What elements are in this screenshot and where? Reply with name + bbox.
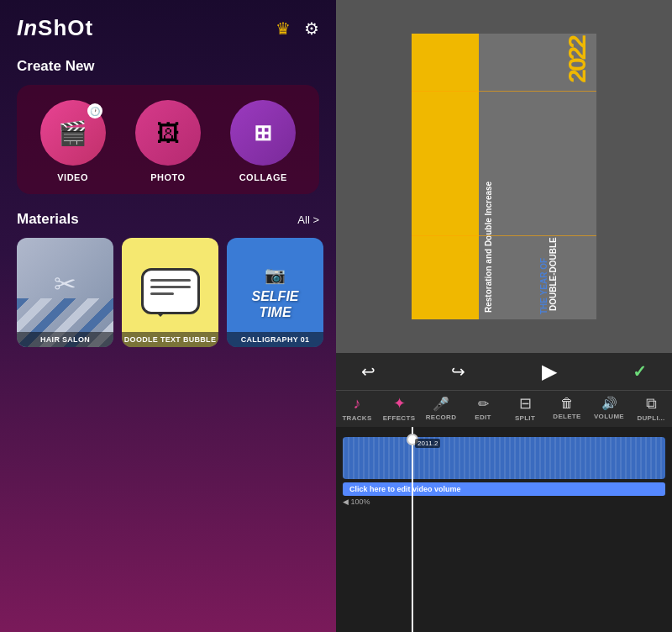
doodle-bubble-shape <box>141 268 200 314</box>
timeline-waveform <box>343 437 665 479</box>
video-preview: 2022 THE YEAR OF DOUBLE-DOUBLE Restorati… <box>336 0 672 353</box>
edit-icon: ✏ <box>478 396 489 412</box>
poster-bg: 2022 THE YEAR OF DOUBLE-DOUBLE Restorati… <box>412 34 596 319</box>
tool-duplicate[interactable]: ⧉ DUPLI... <box>633 395 669 422</box>
crown-icon[interactable]: ♛ <box>276 18 291 39</box>
top-bar: InShOt ♛ ⚙ <box>0 0 336 50</box>
effects-label: EFFECTS <box>383 414 416 422</box>
materials-all-link[interactable]: All > <box>297 213 319 226</box>
create-new-title: Create New <box>17 58 319 75</box>
poster-line2: DOUBLE-DOUBLE <box>549 39 558 311</box>
tool-split[interactable]: ⊟ SPLIT <box>507 394 543 422</box>
tool-volume[interactable]: 🔊 VOLUME <box>591 396 627 420</box>
top-icons: ♛ ⚙ <box>276 18 319 39</box>
doodle-line-3 <box>150 292 175 295</box>
selfie-camera-icon: 📷 <box>265 265 286 285</box>
tool-record[interactable]: 🎤 RECORD <box>423 396 459 421</box>
volume-label: VOLUME <box>594 413 624 420</box>
poster-main-block: THE YEAR OF DOUBLE-DOUBLE <box>539 39 558 314</box>
timeline-volume-indicator: ◀ 100% <box>343 498 665 506</box>
poster-year: 2022 <box>563 37 591 83</box>
tracks-icon: ♪ <box>354 395 361 413</box>
playback-controls: ↩ ↪ ▶ ✓ <box>336 353 672 390</box>
hair-salon-label: HAIR SALON <box>17 332 113 347</box>
create-new-cards: 🎬 🕐 VIDEO 🖼 PHOTO ⊞ COLLAGE <box>17 85 319 194</box>
video-badge: 🕐 <box>87 103 102 118</box>
guide-line-top <box>412 91 596 92</box>
poster-yellow-bar <box>412 34 479 319</box>
volume-icon: 🔊 <box>601 396 617 411</box>
create-collage-card[interactable]: ⊞ COLLAGE <box>230 100 296 182</box>
create-photo-card[interactable]: 🖼 PHOTO <box>135 100 201 182</box>
effects-icon: ✦ <box>393 394 406 413</box>
selfie-time-text: SELFIETIME <box>251 288 298 320</box>
record-icon: 🎤 <box>433 396 449 412</box>
left-panel: InShOt ♛ ⚙ Create New 🎬 🕐 VIDEO 🖼 <box>0 0 336 632</box>
timeline-edit-hint[interactable]: Click here to edit video volume <box>343 482 665 496</box>
create-video-card[interactable]: 🎬 🕐 VIDEO <box>40 100 106 182</box>
redo-button[interactable]: ↪ <box>451 361 465 382</box>
material-calligraphy[interactable]: 📷 SELFIETIME CALLIGRAPHY 01 <box>227 238 323 347</box>
scissors-icon: ✂ <box>54 268 76 300</box>
poster-arrow: ◄ <box>459 241 475 261</box>
gear-icon[interactable]: ⚙ <box>304 18 319 39</box>
tool-effects[interactable]: ✦ EFFECTS <box>381 394 417 422</box>
duplicate-label: DUPLI... <box>637 414 664 422</box>
delete-label: DELETE <box>553 413 580 420</box>
delete-icon: 🗑 <box>560 396 574 411</box>
split-label: SPLIT <box>515 414 535 422</box>
tool-delete[interactable]: 🗑 DELETE <box>549 396 585 420</box>
poster-side-text: Restoration and Double Increase <box>480 34 497 319</box>
timeline-track[interactable] <box>343 437 665 479</box>
edit-label: EDIT <box>475 413 491 421</box>
tracks-label: TRACKS <box>342 414 371 422</box>
timeline[interactable]: 2011.2 Click here to edit video volume ◀… <box>336 427 672 632</box>
tool-edit[interactable]: ✏ EDIT <box>465 396 501 421</box>
confirm-button[interactable]: ✓ <box>633 361 647 382</box>
preview-canvas: 2022 THE YEAR OF DOUBLE-DOUBLE Restorati… <box>412 34 596 319</box>
doodle-line-1 <box>150 279 191 282</box>
doodle-line-2 <box>150 286 191 288</box>
guide-line-bottom <box>412 235 596 236</box>
materials-section: Materials All > ✂ HAIR SALON <box>0 199 336 632</box>
collage-icon-circle: ⊞ <box>230 100 296 166</box>
material-hair-salon[interactable]: ✂ HAIR SALON <box>17 238 113 347</box>
materials-header: Materials All > <box>17 211 319 228</box>
play-button[interactable]: ▶ <box>542 360 557 383</box>
doodle-label: DOODLE TEXT BUBBLE <box>122 332 218 347</box>
toolbar: ♪ TRACKS ✦ EFFECTS 🎤 RECORD ✏ EDIT ⊟ SPL… <box>336 390 672 427</box>
undo-button[interactable]: ↩ <box>361 361 375 382</box>
video-label: VIDEO <box>57 172 88 182</box>
split-icon: ⊟ <box>519 394 532 413</box>
tool-tracks[interactable]: ♪ TRACKS <box>339 395 375 422</box>
material-doodle-text-bubble[interactable]: DOODLE TEXT BUBBLE <box>122 238 218 347</box>
collage-label: COLLAGE <box>239 172 287 182</box>
poster-line1: THE YEAR OF <box>539 39 549 314</box>
photo-label: PHOTO <box>150 172 185 182</box>
record-label: RECORD <box>426 413 456 421</box>
app-logo: InShOt <box>17 15 93 41</box>
materials-title: Materials <box>17 211 79 228</box>
calligraphy-label: CALLIGRAPHY 01 <box>227 332 323 347</box>
photo-icon-circle: 🖼 <box>135 100 201 166</box>
duplicate-icon: ⧉ <box>646 395 657 413</box>
timeline-time: 2011.2 <box>415 439 440 448</box>
right-panel: 2022 THE YEAR OF DOUBLE-DOUBLE Restorati… <box>336 0 672 632</box>
video-icon-circle: 🎬 🕐 <box>40 100 106 166</box>
create-new-section: Create New 🎬 🕐 VIDEO 🖼 PHOTO ⊞ <box>0 50 336 199</box>
timeline-cursor <box>412 427 413 632</box>
materials-grid: ✂ HAIR SALON DOODLE TEXT BUBBLE <box>17 238 319 347</box>
